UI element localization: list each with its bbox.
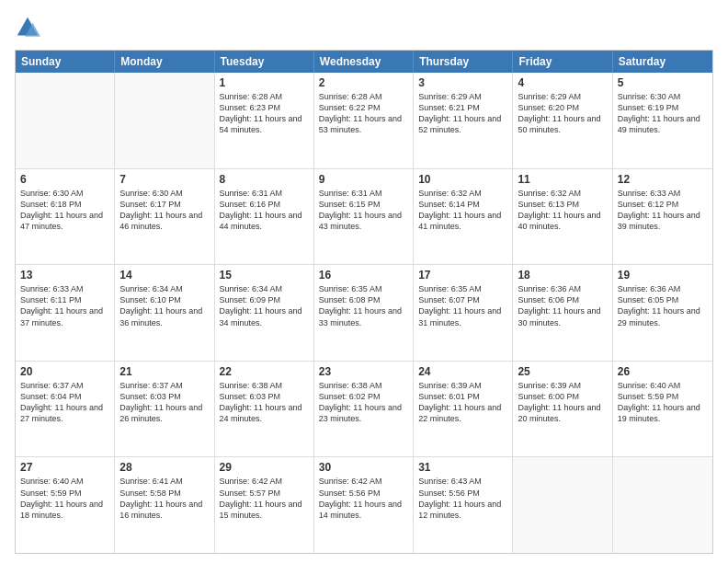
day-number: 6 xyxy=(20,173,109,186)
cal-cell-5: 5Sunrise: 6:30 AM Sunset: 6:19 PM Daylig… xyxy=(613,73,712,168)
day-number: 2 xyxy=(319,76,408,89)
cell-info: Sunrise: 6:29 AM Sunset: 6:20 PM Dayligh… xyxy=(518,91,607,136)
cell-info: Sunrise: 6:38 AM Sunset: 6:03 PM Dayligh… xyxy=(220,380,309,425)
cal-cell-17: 17Sunrise: 6:35 AM Sunset: 6:07 PM Dayli… xyxy=(414,265,513,361)
cell-info: Sunrise: 6:37 AM Sunset: 6:03 PM Dayligh… xyxy=(119,380,209,425)
cal-cell-3: 3Sunrise: 6:29 AM Sunset: 6:21 PM Daylig… xyxy=(414,73,513,168)
day-number: 22 xyxy=(220,365,309,378)
cell-info: Sunrise: 6:37 AM Sunset: 6:04 PM Dayligh… xyxy=(20,380,109,425)
cell-info: Sunrise: 6:39 AM Sunset: 6:00 PM Dayligh… xyxy=(518,380,607,425)
cell-info: Sunrise: 6:31 AM Sunset: 6:15 PM Dayligh… xyxy=(319,188,408,233)
header-day-friday: Friday xyxy=(513,51,612,73)
cell-info: Sunrise: 6:29 AM Sunset: 6:21 PM Dayligh… xyxy=(418,91,507,136)
cell-info: Sunrise: 6:32 AM Sunset: 6:14 PM Dayligh… xyxy=(418,188,507,233)
cell-info: Sunrise: 6:33 AM Sunset: 6:11 PM Dayligh… xyxy=(20,283,109,328)
cal-cell-18: 18Sunrise: 6:36 AM Sunset: 6:06 PM Dayli… xyxy=(513,265,612,361)
cal-cell-15: 15Sunrise: 6:34 AM Sunset: 6:09 PM Dayli… xyxy=(215,265,314,361)
cal-cell-11: 11Sunrise: 6:32 AM Sunset: 6:13 PM Dayli… xyxy=(513,169,612,265)
cal-cell-20: 20Sunrise: 6:37 AM Sunset: 6:04 PM Dayli… xyxy=(16,362,115,457)
day-number: 17 xyxy=(418,269,507,282)
day-number: 13 xyxy=(20,269,109,282)
header-day-tuesday: Tuesday xyxy=(215,51,314,73)
cal-cell-19: 19Sunrise: 6:36 AM Sunset: 6:05 PM Dayli… xyxy=(613,265,712,361)
page: SundayMondayTuesdayWednesdayThursdayFrid… xyxy=(0,0,728,563)
header xyxy=(15,15,713,40)
day-number: 8 xyxy=(220,173,309,186)
cal-cell-29: 29Sunrise: 6:42 AM Sunset: 5:57 PM Dayli… xyxy=(215,457,314,553)
day-number: 26 xyxy=(618,365,708,378)
cell-info: Sunrise: 6:42 AM Sunset: 5:56 PM Dayligh… xyxy=(319,476,408,521)
day-number: 27 xyxy=(20,461,109,474)
header-day-sunday: Sunday xyxy=(16,51,115,73)
day-number: 4 xyxy=(518,76,607,89)
header-day-thursday: Thursday xyxy=(414,51,513,73)
logo-icon xyxy=(15,15,40,40)
cell-info: Sunrise: 6:38 AM Sunset: 6:02 PM Dayligh… xyxy=(319,380,408,425)
cal-cell-2: 2Sunrise: 6:28 AM Sunset: 6:22 PM Daylig… xyxy=(314,73,414,168)
day-number: 31 xyxy=(418,461,507,474)
cal-cell-empty-4-5 xyxy=(513,457,612,553)
cal-cell-8: 8Sunrise: 6:31 AM Sunset: 6:16 PM Daylig… xyxy=(215,169,314,265)
cell-info: Sunrise: 6:34 AM Sunset: 6:09 PM Dayligh… xyxy=(220,283,309,328)
cal-cell-30: 30Sunrise: 6:42 AM Sunset: 5:56 PM Dayli… xyxy=(314,457,414,553)
cal-cell-6: 6Sunrise: 6:30 AM Sunset: 6:18 PM Daylig… xyxy=(16,169,115,265)
day-number: 7 xyxy=(119,173,209,186)
day-number: 9 xyxy=(319,173,408,186)
cell-info: Sunrise: 6:43 AM Sunset: 5:56 PM Dayligh… xyxy=(418,476,507,521)
cal-cell-12: 12Sunrise: 6:33 AM Sunset: 6:12 PM Dayli… xyxy=(613,169,712,265)
cell-info: Sunrise: 6:30 AM Sunset: 6:18 PM Dayligh… xyxy=(20,188,109,233)
day-number: 14 xyxy=(119,269,209,282)
cell-info: Sunrise: 6:30 AM Sunset: 6:17 PM Dayligh… xyxy=(119,188,209,233)
cal-cell-25: 25Sunrise: 6:39 AM Sunset: 6:00 PM Dayli… xyxy=(513,362,612,457)
cell-info: Sunrise: 6:41 AM Sunset: 5:58 PM Dayligh… xyxy=(119,476,209,521)
cal-cell-13: 13Sunrise: 6:33 AM Sunset: 6:11 PM Dayli… xyxy=(16,265,115,361)
week-row-2: 13Sunrise: 6:33 AM Sunset: 6:11 PM Dayli… xyxy=(16,264,712,361)
day-number: 10 xyxy=(418,173,507,186)
cell-info: Sunrise: 6:39 AM Sunset: 6:01 PM Dayligh… xyxy=(418,380,507,425)
cal-cell-28: 28Sunrise: 6:41 AM Sunset: 5:58 PM Dayli… xyxy=(115,457,214,553)
cal-cell-14: 14Sunrise: 6:34 AM Sunset: 6:10 PM Dayli… xyxy=(115,265,214,361)
cell-info: Sunrise: 6:36 AM Sunset: 6:06 PM Dayligh… xyxy=(518,283,607,328)
day-number: 1 xyxy=(220,76,309,89)
cal-cell-7: 7Sunrise: 6:30 AM Sunset: 6:17 PM Daylig… xyxy=(115,169,214,265)
calendar: SundayMondayTuesdayWednesdayThursdayFrid… xyxy=(15,50,713,554)
header-day-saturday: Saturday xyxy=(613,51,712,73)
day-number: 20 xyxy=(20,365,109,378)
day-number: 23 xyxy=(319,365,408,378)
cal-cell-empty-0-0 xyxy=(16,73,115,168)
week-row-3: 20Sunrise: 6:37 AM Sunset: 6:04 PM Dayli… xyxy=(16,361,712,457)
cell-info: Sunrise: 6:40 AM Sunset: 5:59 PM Dayligh… xyxy=(20,476,109,521)
day-number: 12 xyxy=(618,173,708,186)
cell-info: Sunrise: 6:28 AM Sunset: 6:22 PM Dayligh… xyxy=(319,91,408,136)
cell-info: Sunrise: 6:33 AM Sunset: 6:12 PM Dayligh… xyxy=(618,188,708,233)
cal-cell-23: 23Sunrise: 6:38 AM Sunset: 6:02 PM Dayli… xyxy=(314,362,414,457)
cal-cell-9: 9Sunrise: 6:31 AM Sunset: 6:15 PM Daylig… xyxy=(314,169,414,265)
cell-info: Sunrise: 6:36 AM Sunset: 6:05 PM Dayligh… xyxy=(618,283,708,328)
day-number: 28 xyxy=(119,461,209,474)
cal-cell-24: 24Sunrise: 6:39 AM Sunset: 6:01 PM Dayli… xyxy=(414,362,513,457)
cell-info: Sunrise: 6:40 AM Sunset: 5:59 PM Dayligh… xyxy=(618,380,708,425)
cal-cell-26: 26Sunrise: 6:40 AM Sunset: 5:59 PM Dayli… xyxy=(613,362,712,457)
week-row-1: 6Sunrise: 6:30 AM Sunset: 6:18 PM Daylig… xyxy=(16,168,712,265)
cal-cell-31: 31Sunrise: 6:43 AM Sunset: 5:56 PM Dayli… xyxy=(414,457,513,553)
day-number: 29 xyxy=(220,461,309,474)
week-row-0: 1Sunrise: 6:28 AM Sunset: 6:23 PM Daylig… xyxy=(16,73,712,168)
day-number: 21 xyxy=(119,365,209,378)
cell-info: Sunrise: 6:30 AM Sunset: 6:19 PM Dayligh… xyxy=(618,91,708,136)
cell-info: Sunrise: 6:42 AM Sunset: 5:57 PM Dayligh… xyxy=(220,476,309,521)
cell-info: Sunrise: 6:32 AM Sunset: 6:13 PM Dayligh… xyxy=(518,188,607,233)
cal-cell-10: 10Sunrise: 6:32 AM Sunset: 6:14 PM Dayli… xyxy=(414,169,513,265)
day-number: 24 xyxy=(418,365,507,378)
day-number: 5 xyxy=(618,76,708,89)
cell-info: Sunrise: 6:28 AM Sunset: 6:23 PM Dayligh… xyxy=(220,91,309,136)
header-day-wednesday: Wednesday xyxy=(314,51,414,73)
day-number: 25 xyxy=(518,365,607,378)
day-number: 16 xyxy=(319,269,408,282)
calendar-body: 1Sunrise: 6:28 AM Sunset: 6:23 PM Daylig… xyxy=(16,73,712,553)
cal-cell-empty-0-1 xyxy=(115,73,214,168)
day-number: 11 xyxy=(518,173,607,186)
day-number: 19 xyxy=(618,269,708,282)
cal-cell-4: 4Sunrise: 6:29 AM Sunset: 6:20 PM Daylig… xyxy=(513,73,612,168)
cal-cell-16: 16Sunrise: 6:35 AM Sunset: 6:08 PM Dayli… xyxy=(314,265,414,361)
cell-info: Sunrise: 6:35 AM Sunset: 6:08 PM Dayligh… xyxy=(319,283,408,328)
